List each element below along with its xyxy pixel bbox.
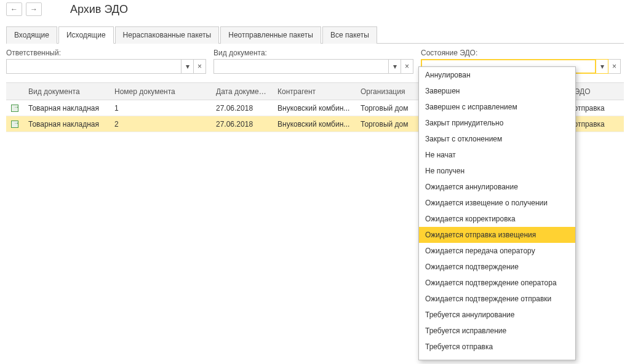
dropdown-item[interactable]: Ожидается аннулирование — [419, 179, 575, 195]
document-out-icon — [11, 121, 18, 128]
dropdown-item[interactable]: Аннулирован — [419, 67, 575, 83]
dropdown-item[interactable]: Ожидается подтверждение — [419, 259, 575, 275]
col-type[interactable]: Вид документа — [23, 87, 110, 96]
chevron-down-icon: ▾ — [186, 62, 189, 71]
cell-type: Товарная накладная — [23, 104, 110, 113]
col-date[interactable]: Дата документа — [211, 87, 273, 96]
cell-contr: Внуковский комбин... — [273, 120, 356, 129]
cell-num: 1 — [110, 104, 211, 113]
col-contr[interactable]: Контрагент — [273, 87, 356, 96]
tab-unsent[interactable]: Неотправленные пакеты — [220, 26, 321, 44]
filter-responsible-dropdown-button[interactable]: ▾ — [181, 59, 194, 74]
nav-back-button[interactable]: ← — [6, 2, 22, 16]
state-dropdown[interactable]: АннулированЗавершенЗавершен с исправлени… — [418, 66, 576, 360]
cell-date: 27.06.2018 — [211, 120, 273, 129]
filter-state-clear-button[interactable]: × — [608, 59, 621, 74]
dropdown-item[interactable]: Ожидается подтверждение оператора — [419, 275, 575, 291]
tabs: Входящие Исходящие Нераспакованные пакет… — [6, 26, 624, 44]
toolbar: ← → Архив ЭДО — [0, 0, 630, 21]
dropdown-item[interactable]: Завершен — [419, 83, 575, 99]
dropdown-item[interactable]: Завершен с исправлением — [419, 99, 575, 115]
filter-doctype-dropdown-button[interactable]: ▾ — [389, 59, 401, 74]
dropdown-item[interactable]: Закрыт принудительно — [419, 115, 575, 131]
dropdown-item[interactable]: На подписи — [419, 355, 575, 360]
dropdown-item[interactable]: Ожидается передача оператору — [419, 243, 575, 259]
dropdown-item[interactable]: Ожидается отправка извещения — [419, 227, 575, 243]
filter-doctype-clear-button[interactable]: × — [401, 59, 413, 74]
close-icon: × — [197, 62, 202, 71]
filter-responsible-clear-button[interactable]: × — [194, 59, 206, 74]
document-out-icon — [11, 105, 18, 112]
col-num[interactable]: Номер документа — [110, 87, 211, 96]
filter-state-label: Состояние ЭДО: — [421, 49, 621, 57]
dropdown-item[interactable]: Не получен — [419, 163, 575, 179]
dropdown-item[interactable]: Ожидается извещение о получении — [419, 195, 575, 211]
dropdown-item[interactable]: Требуется аннулирование — [419, 307, 575, 323]
filter-state-dropdown-button[interactable]: ▾ — [596, 59, 608, 74]
arrow-left-icon: ← — [10, 5, 18, 14]
dropdown-item[interactable]: Ожидается корректировка — [419, 211, 575, 227]
page-title: Архив ЭДО — [70, 3, 128, 16]
dropdown-item[interactable]: Закрыт с отклонением — [419, 131, 575, 147]
tab-incoming[interactable]: Входящие — [6, 26, 57, 44]
cell-date: 27.06.2018 — [211, 104, 273, 113]
dropdown-item[interactable]: Ожидается подтверждение отправки — [419, 291, 575, 307]
close-icon: × — [612, 62, 616, 71]
nav-forward-button[interactable]: → — [26, 2, 42, 16]
filter-responsible-label: Ответственный: — [6, 49, 206, 57]
cell-num: 2 — [110, 120, 211, 129]
tab-unpacked[interactable]: Нераспакованные пакеты — [115, 26, 220, 44]
arrow-right-icon: → — [30, 5, 38, 14]
cell-type: Товарная накладная — [23, 120, 110, 129]
tab-outgoing[interactable]: Исходящие — [58, 26, 114, 44]
tab-all[interactable]: Все пакеты — [322, 26, 377, 44]
dropdown-item[interactable]: Не начат — [419, 147, 575, 163]
close-icon: × — [405, 62, 409, 71]
filter-responsible-input[interactable] — [6, 59, 181, 74]
dropdown-item[interactable]: Требуется исправление — [419, 323, 575, 339]
filter-doctype-label: Вид документа: — [213, 49, 413, 57]
chevron-down-icon: ▾ — [393, 62, 397, 71]
filter-doctype-input[interactable] — [213, 59, 389, 74]
chevron-down-icon: ▾ — [600, 62, 604, 71]
cell-contr: Внуковский комбин... — [273, 104, 356, 113]
dropdown-item[interactable]: Требуется отправка — [419, 339, 575, 355]
